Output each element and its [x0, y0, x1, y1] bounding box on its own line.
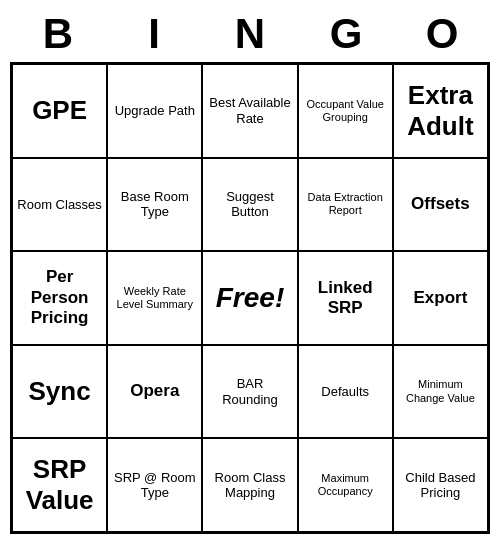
bingo-cell: Per Person Pricing [12, 251, 107, 345]
bingo-title: B I N G O [10, 10, 490, 58]
bingo-cell: Upgrade Path [107, 64, 202, 158]
bingo-cell: Export [393, 251, 488, 345]
letter-g: G [301, 10, 391, 58]
bingo-cell: Room Class Mapping [202, 438, 297, 532]
bingo-cell: Room Classes [12, 158, 107, 252]
bingo-cell: Defaults [298, 345, 393, 439]
bingo-cell: Data Extraction Report [298, 158, 393, 252]
bingo-cell: Sync [12, 345, 107, 439]
bingo-cell: Minimum Change Value [393, 345, 488, 439]
bingo-cell: SRP @ Room Type [107, 438, 202, 532]
letter-o: O [397, 10, 487, 58]
bingo-cell: Suggest Button [202, 158, 297, 252]
bingo-cell: BAR Rounding [202, 345, 297, 439]
bingo-cell: Free! [202, 251, 297, 345]
letter-i: I [109, 10, 199, 58]
letter-n: N [205, 10, 295, 58]
letter-b: B [13, 10, 103, 58]
bingo-grid: GPEUpgrade PathBest Available RateOccupa… [10, 62, 490, 534]
bingo-cell: Occupant Value Grouping [298, 64, 393, 158]
bingo-cell: Opera [107, 345, 202, 439]
bingo-cell: Maximum Occupancy [298, 438, 393, 532]
bingo-cell: Offsets [393, 158, 488, 252]
bingo-cell: GPE [12, 64, 107, 158]
bingo-cell: Child Based Pricing [393, 438, 488, 532]
bingo-cell: Base Room Type [107, 158, 202, 252]
bingo-cell: Best Available Rate [202, 64, 297, 158]
bingo-cell: Weekly Rate Level Summary [107, 251, 202, 345]
bingo-cell: Extra Adult [393, 64, 488, 158]
bingo-cell: Linked SRP [298, 251, 393, 345]
bingo-cell: SRP Value [12, 438, 107, 532]
